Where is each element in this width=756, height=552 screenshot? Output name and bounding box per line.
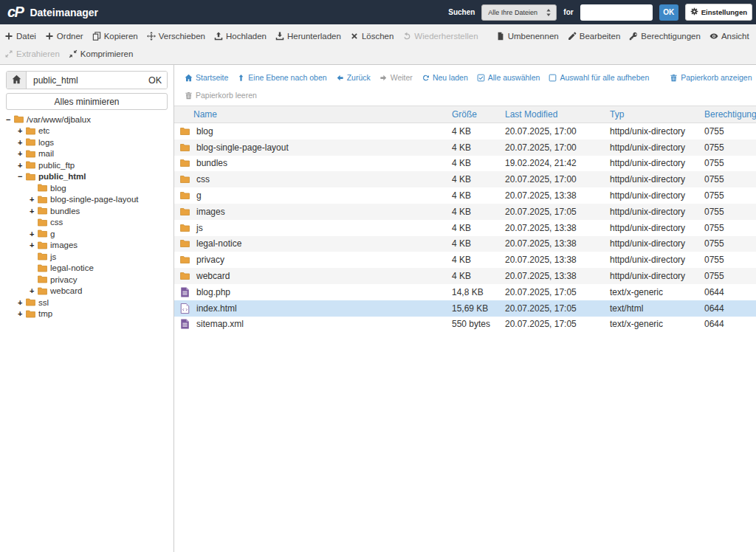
table-row-webcard[interactable]: webcard4 KB20.07.2025, 13:38httpd/unix-d… xyxy=(174,268,756,284)
tree-item-label: mail xyxy=(38,149,54,158)
folder-icon xyxy=(180,158,190,168)
tree-item-legal-notice[interactable]: legal-notice xyxy=(6,263,168,275)
plus-expander-icon[interactable]: + xyxy=(30,286,38,295)
folder-icon xyxy=(180,190,190,201)
tree-item-label: public_html xyxy=(38,172,86,181)
tb-btn-umbenennen[interactable]: Umbenennen xyxy=(492,32,563,41)
home-button[interactable] xyxy=(7,72,27,89)
file-permissions: 0644 xyxy=(704,319,756,329)
plus-expander-icon[interactable]: + xyxy=(18,149,26,158)
tb-btn-berechtigungen[interactable]: Berechtigungen xyxy=(625,32,705,41)
tb-btn-bearbeiten[interactable]: Bearbeiten xyxy=(563,32,625,41)
tree-item-tmp[interactable]: +tmp xyxy=(6,308,168,320)
tree-item-public-html[interactable]: −public_html xyxy=(6,171,168,183)
tree-item-etc[interactable]: +etc xyxy=(6,125,168,137)
plus-expander-icon[interactable]: + xyxy=(30,195,38,204)
tree-item-ssl[interactable]: +ssl xyxy=(6,297,168,308)
column-header-type[interactable]: Typ xyxy=(610,109,704,120)
select-arrows-icon xyxy=(546,8,551,17)
file-size: 4 KB xyxy=(452,142,505,153)
tb-btn-datei[interactable]: Datei xyxy=(0,32,41,41)
file-size: 4 KB xyxy=(452,271,505,281)
nav-link-neu-laden[interactable]: Neu laden xyxy=(417,73,472,82)
table-row-legal-notice[interactable]: legal-notice4 KB20.07.2025, 13:38httpd/u… xyxy=(174,236,756,252)
collapse-all-button[interactable]: Alles minimieren xyxy=(6,93,168,110)
table-row-index-html[interactable]: index.html15,69 KB20.07.2025, 17:05text/… xyxy=(174,300,756,317)
search-input[interactable] xyxy=(580,4,653,21)
minus-expander-icon[interactable]: − xyxy=(18,172,26,181)
tree-item-blog[interactable]: blog xyxy=(6,182,168,194)
file-permissions: 0755 xyxy=(704,158,756,168)
tree-item-css[interactable]: css xyxy=(6,217,168,229)
label: Datei xyxy=(16,32,36,41)
tree-item-g[interactable]: +g xyxy=(6,228,168,240)
column-header-name[interactable]: Name xyxy=(174,109,452,120)
tree-item-js[interactable]: js xyxy=(6,251,168,263)
tb-btn-extrahieren[interactable]: Extrahieren xyxy=(0,49,64,58)
table-row-js[interactable]: js4 KB20.07.2025, 13:38httpd/unix-direct… xyxy=(174,220,756,236)
column-header-modified[interactable]: Last Modified xyxy=(505,109,610,120)
nav-link-startseite[interactable]: Startseite xyxy=(180,73,233,82)
column-header-permissions[interactable]: Berechtigungen xyxy=(704,109,756,120)
tb-btn-kopieren[interactable]: Kopieren xyxy=(88,32,142,41)
tree-item-privacy[interactable]: privacy xyxy=(6,274,168,286)
file-name: g xyxy=(196,190,202,201)
path-input[interactable] xyxy=(27,72,143,89)
tb-btn-hochladen[interactable]: Hochladen xyxy=(210,32,271,41)
file-name: images xyxy=(196,207,225,217)
tb-btn-l-schen[interactable]: Löschen xyxy=(346,32,398,41)
plus-expander-icon[interactable]: + xyxy=(30,207,38,215)
settings-button[interactable]: Einstellungen xyxy=(685,4,752,21)
nav-link-papierkorb-leeren[interactable]: Papierkorb leeren xyxy=(180,91,261,100)
table-row-blog-single-page-layout[interactable]: blog-single-page-layout4 KB20.07.2025, 1… xyxy=(174,139,756,156)
tb-btn-ansicht[interactable]: Ansicht xyxy=(705,32,754,41)
plus-expander-icon[interactable]: + xyxy=(18,298,26,307)
nav-link-auswahl-f-r-alle-aufheben[interactable]: Auswahl für alle aufheben xyxy=(544,73,653,82)
tb-btn-ordner[interactable]: Ordner xyxy=(41,32,88,41)
tb-btn-verschieben[interactable]: Verschieben xyxy=(142,32,210,41)
folder-icon xyxy=(38,252,47,261)
path-ok-button[interactable]: OK xyxy=(143,72,167,89)
plus-expander-icon[interactable]: + xyxy=(18,309,26,318)
plus-expander-icon[interactable]: + xyxy=(18,138,26,147)
folder-icon xyxy=(14,115,24,123)
search-scope-select[interactable]: Alle Ihre Dateien xyxy=(481,4,557,21)
column-header-size[interactable]: Größe xyxy=(452,109,505,120)
table-row-blog-php[interactable]: blog.php14,8 KB20.07.2025, 17:05text/x-g… xyxy=(174,284,756,300)
tree-item-logs[interactable]: +logs xyxy=(6,137,168,148)
tb-btn-wiederherstellen[interactable]: Wiederherstellen xyxy=(398,32,482,41)
tb-btn-komprimieren[interactable]: Komprimieren xyxy=(64,49,138,58)
plus-expander-icon[interactable]: + xyxy=(18,126,26,135)
tree-item-bundles[interactable]: +bundles xyxy=(6,205,168,217)
table-row-images[interactable]: images4 KB20.07.2025, 17:05httpd/unix-di… xyxy=(174,204,756,220)
search-ok-button[interactable]: OK xyxy=(659,4,678,21)
nav-link-papierkorb-anzeigen[interactable]: Papierkorb anzeigen xyxy=(665,73,756,82)
tree-item-images[interactable]: +images xyxy=(6,240,168,252)
home-icon xyxy=(12,74,21,87)
tree-item-var-www-djbalux[interactable]: −/var/www/djbalux xyxy=(6,114,168,125)
nav-link-eine-ebene-nach-oben[interactable]: Eine Ebene nach oben xyxy=(233,73,331,82)
plus-expander-icon[interactable]: + xyxy=(30,230,38,238)
folder-icon xyxy=(180,142,190,153)
tree-item-public-ftp[interactable]: +public_ftp xyxy=(6,159,168,171)
table-row-blog[interactable]: blog4 KB20.07.2025, 17:00httpd/unix-dire… xyxy=(174,123,756,139)
table-row-bundles[interactable]: bundles4 KB19.02.2024, 21:42httpd/unix-d… xyxy=(174,156,756,172)
tb-btn-herunterladen[interactable]: Herunterladen xyxy=(271,32,346,41)
nav-link-zur-ck[interactable]: Zurück xyxy=(331,73,375,82)
file-modified: 20.07.2025, 13:38 xyxy=(505,271,610,281)
table-row-g[interactable]: g4 KB20.07.2025, 13:38httpd/unix-directo… xyxy=(174,187,756,204)
plus-expander-icon[interactable]: + xyxy=(18,161,26,170)
tree-item-blog-single-page-layout[interactable]: +blog-single-page-layout xyxy=(6,194,168,206)
nav-link-alle-ausw-hlen[interactable]: Alle auswählen xyxy=(472,73,545,82)
file-size: 4 KB xyxy=(452,238,505,249)
table-row-privacy[interactable]: privacy4 KB20.07.2025, 13:38httpd/unix-d… xyxy=(174,252,756,268)
minus-expander-icon[interactable]: − xyxy=(6,115,14,124)
plus-expander-icon[interactable]: + xyxy=(30,241,38,249)
tree-item-webcard[interactable]: +webcard xyxy=(6,286,168,297)
tree-item-mail[interactable]: +mail xyxy=(6,148,168,160)
nav-link-weiter[interactable]: Weiter xyxy=(375,73,417,82)
table-row-sitemap-xml[interactable]: sitemap.xml550 bytes20.07.2025, 17:05tex… xyxy=(174,317,756,333)
table-row-css[interactable]: css4 KB20.07.2025, 17:00httpd/unix-direc… xyxy=(174,171,756,187)
restore-icon xyxy=(402,32,411,41)
file-size: 4 KB xyxy=(452,174,505,184)
